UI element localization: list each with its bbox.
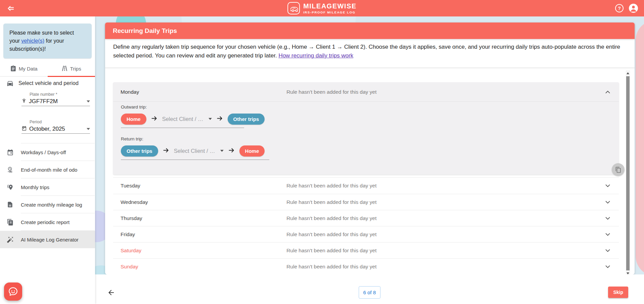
accordion-tuesday[interactable]: Tuesday Rule hasn't been added for this … [113,178,619,194]
sidebar-item-monthly-trips[interactable]: Monthly trips [0,178,95,196]
logo-subtitle: IRS-PROOF MILEAGE LOG [303,10,357,14]
period-value: October, 2025 [29,126,84,132]
rule-status-text: Rule hasn't been added for this day yet [286,215,376,221]
sidebar-item-create-monthly-log[interactable]: Create monthly mileage log [0,196,95,213]
document-icon [6,201,14,208]
location-pin-icon [6,184,14,191]
chat-smiley-icon [8,286,18,297]
how-it-works-link[interactable]: How recurring daily trips work [278,52,353,59]
sidebar-item-workdays[interactable]: Workdays / Days-off [0,143,95,161]
card-title-bar: Recurring Daily Trips [105,23,635,39]
rule-status-text: Rule hasn't been added for this day yet [286,183,376,189]
logo-title: MILEAGEWISE [303,3,357,9]
other-trips-chip[interactable]: Other trips [228,114,265,125]
rule-status-text: Rule hasn't been added for this day yet [286,248,376,254]
report-copy-icon [6,219,14,226]
client-select[interactable]: Select Client / … [174,148,215,154]
tab-my-data[interactable]: My Data [0,61,48,76]
period-label: Period [30,120,90,124]
rule-status-text: Rule hasn't been added for this day yet [286,264,376,270]
back-arrow-button[interactable] [107,288,116,297]
chevron-down-icon[interactable] [604,247,611,254]
page-description: Define any regularly taken trip sequence… [113,43,626,60]
accordion-friday[interactable]: Friday Rule hasn't been added for this d… [113,226,619,242]
period-select[interactable]: October, 2025 [21,124,90,134]
sidebar-item-ai-generator[interactable]: AI Mileage Log Generator [0,231,95,248]
select-caret-icon[interactable] [209,118,212,120]
wizard-footer: 6 of 8 Skip [95,274,644,304]
chevron-down-icon[interactable] [604,199,611,206]
return-trip-label: Return trip: [121,136,143,141]
deco-blob-pink [636,20,644,276]
day-label: Friday [121,231,286,237]
vertical-scrollbar[interactable] [626,71,630,276]
sidebar-item-end-of-month-odo[interactable]: End-of-month mile of odo [0,161,95,178]
vehicles-link[interactable]: vehicle(s) [21,38,44,44]
scrollbar-thumb[interactable] [626,76,630,270]
tab-trips-label: Trips [70,66,81,72]
sidebar-tabs: My Data Trips [0,61,95,77]
accordion-wednesday[interactable]: Wednesday Rule hasn't been added for thi… [113,194,619,210]
arrow-right-icon [228,147,235,155]
day-label: Saturday [121,248,286,254]
divider [121,128,244,128]
client-select[interactable]: Select Client / … [162,116,203,122]
day-label: Tuesday [121,183,286,189]
app-logo: MILEAGEWISE IRS-PROOF MILEAGE LOG [287,0,357,16]
sidebar-item-label: AI Mileage Log Generator [21,237,79,243]
home-chip[interactable]: Home [121,114,146,125]
collapse-sidebar-icon[interactable] [6,4,15,13]
vehicle-period-title: Select vehicle and period [18,80,79,86]
sidebar-item-label: End-of-month mile of odo [21,167,77,173]
step-indicator: 6 of 8 [359,286,381,299]
days-scroll-area: Monday Rule hasn't been added for this d… [105,67,635,274]
account-icon[interactable] [629,4,638,13]
sidebar-item-label: Create periodic report [21,219,70,225]
accordion-saturday[interactable]: Saturday Rule hasn't been added for this… [113,242,619,258]
subscription-notice: Please make sure to select your vehicle(… [3,24,92,58]
chevron-down-icon[interactable] [604,231,611,238]
return-trip-row: Other trips Select Client / … Home [121,145,265,157]
tab-trips[interactable]: Trips [48,61,95,76]
car-logo-icon [287,2,300,14]
chevron-down-icon[interactable] [604,182,611,189]
plate-number-label: Plate number * [30,92,90,97]
page: MILEAGEWISE IRS-PROOF MILEAGE LOG ? Plea… [0,0,644,304]
rule-status-text: Rule hasn't been added for this day yet [286,89,376,95]
person-icon [21,98,27,104]
rule-status-text: Rule hasn't been added for this day yet [286,199,376,205]
odometer-clock-icon [6,166,14,173]
home-chip[interactable]: Home [239,145,265,157]
accordion-thursday[interactable]: Thursday Rule hasn't been added for this… [113,210,619,226]
chevron-up-icon[interactable] [604,88,611,96]
skip-button[interactable]: Skip [608,287,628,298]
sidebar-menu: Workdays / Days-off End-of-month mile of… [0,143,95,248]
magic-wand-icon [6,236,14,243]
sidebar-item-create-periodic-report[interactable]: Create periodic report [0,213,95,231]
outward-trip-row: Home Select Client / … Other trips [121,113,265,125]
select-caret-icon[interactable] [220,150,224,152]
chevron-down-icon [87,128,90,130]
calendar-day-icon [6,149,14,156]
content-card: Recurring Daily Trips Define any regular… [105,23,635,274]
plate-number-select[interactable]: JGF7FF2M [21,97,90,106]
accordion-monday-header[interactable]: Monday Rule hasn't been added for this d… [113,82,619,102]
page-title: Recurring Daily Trips [113,27,177,35]
arrow-right-icon [163,147,170,155]
chevron-down-icon[interactable] [604,215,611,222]
help-icon[interactable]: ? [615,4,624,12]
chat-widget-button[interactable] [4,283,22,301]
scroll-up-arrow[interactable] [626,71,630,76]
car-icon [6,80,14,87]
day-label: Thursday [121,215,286,221]
sidebar: Please make sure to select your vehicle(… [0,16,95,304]
logo-text: MILEAGEWISE IRS-PROOF MILEAGE LOG [303,3,357,14]
arrow-right-icon [151,115,158,123]
description-text: Define any regularly taken trip sequence… [113,44,620,59]
accordion-sunday[interactable]: Sunday Rule hasn't been added for this d… [113,258,619,274]
copy-rule-button[interactable] [612,163,625,176]
accordion-monday: Monday Rule hasn't been added for this d… [113,82,619,175]
other-trips-chip[interactable]: Other trips [121,145,158,157]
chevron-down-icon[interactable] [604,263,611,270]
vehicle-period-section: Select vehicle and period [0,78,95,88]
